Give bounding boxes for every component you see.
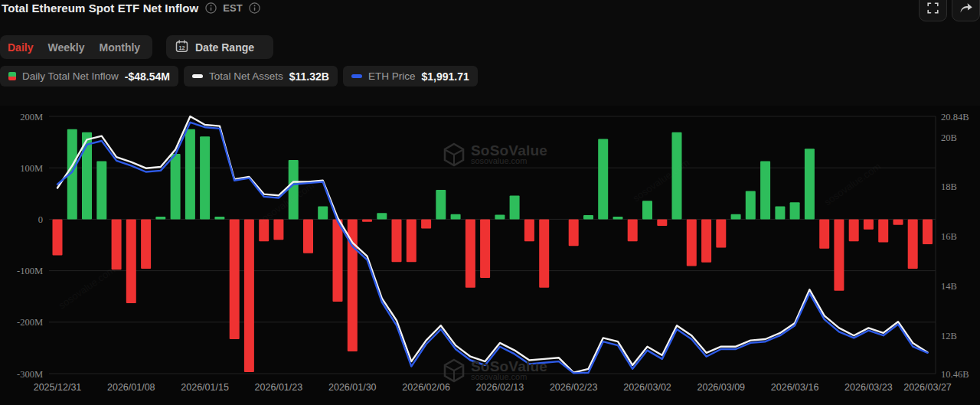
timezone-label: EST <box>223 2 242 14</box>
svg-text:2026/01/30: 2026/01/30 <box>328 382 377 393</box>
legend-value: -$48.54M <box>125 70 170 83</box>
header: Total Ethereum Spot ETF Net Inflow EST <box>0 0 980 23</box>
svg-text:10.46B: 10.46B <box>941 369 969 380</box>
netflow-chart[interactable]: 200M100M0-100M-200M-300M20.84B20B18B16B1… <box>0 106 980 405</box>
svg-text:18B: 18B <box>941 181 957 192</box>
svg-text:2026/03/23: 2026/03/23 <box>844 382 893 393</box>
legend-label: Daily Total Net Inflow <box>22 70 119 82</box>
tab-weekly[interactable]: Weekly <box>47 41 84 54</box>
date-range-button[interactable]: 12 Date Range <box>166 35 273 59</box>
interval-tab-group: Daily Weekly Monthly <box>0 35 152 59</box>
left-axis: 200M100M0-100M-200M-300M <box>17 112 43 380</box>
price-line-icon <box>351 74 362 78</box>
inflow-bars-icon <box>8 72 16 80</box>
tab-monthly[interactable]: Monthly <box>99 41 140 54</box>
svg-text:2026/03/16: 2026/03/16 <box>771 382 819 393</box>
svg-text:2026/01/15: 2026/01/15 <box>181 382 229 393</box>
share-button[interactable] <box>952 0 980 21</box>
inflow-bars <box>53 129 933 372</box>
calendar-icon: 12 <box>175 40 188 55</box>
svg-text:2026/02/13: 2026/02/13 <box>476 382 524 393</box>
legend-label: ETH Price <box>368 70 416 82</box>
fullscreen-icon <box>927 2 939 16</box>
tab-daily[interactable]: Daily <box>8 41 33 54</box>
svg-text:20B: 20B <box>941 132 957 143</box>
svg-text:100M: 100M <box>20 163 43 174</box>
svg-text:2026/02/06: 2026/02/06 <box>402 382 450 393</box>
date-range-label: Date Range <box>195 41 254 54</box>
etf-netflow-page: Total Ethereum Spot ETF Net Inflow EST <box>0 0 980 405</box>
legend-item-net-assets[interactable]: Total Net Assets $11.32B <box>184 66 338 87</box>
legend-item-eth-price[interactable]: ETH Price $1,991.71 <box>343 66 478 87</box>
svg-text:2026/02/23: 2026/02/23 <box>550 382 598 393</box>
svg-text:2026/03/02: 2026/03/02 <box>623 382 671 393</box>
svg-text:-200M: -200M <box>17 317 43 328</box>
svg-text:2026/03/09: 2026/03/09 <box>697 382 746 393</box>
svg-text:12B: 12B <box>941 331 957 341</box>
svg-text:20.84B: 20.84B <box>941 112 969 122</box>
svg-text:2025/12/31: 2025/12/31 <box>34 382 82 393</box>
svg-text:14B: 14B <box>941 281 957 292</box>
right-axis: 20.84B20B18B16B14B12B10.46B <box>941 112 969 380</box>
svg-text:12: 12 <box>179 44 185 51</box>
timezone-info-icon[interactable] <box>249 2 261 15</box>
legend-item-net-inflow[interactable]: Daily Total Net Inflow -$48.54M <box>0 66 178 87</box>
assets-line-icon <box>192 74 203 78</box>
svg-text:0: 0 <box>38 214 43 225</box>
svg-text:2026/03/27: 2026/03/27 <box>903 382 952 393</box>
share-icon <box>959 2 973 16</box>
x-axis: 2025/12/312026/01/082026/01/152026/01/23… <box>34 382 952 393</box>
legend: Daily Total Net Inflow -$48.54M Total Ne… <box>0 66 478 87</box>
svg-text:2026/01/23: 2026/01/23 <box>255 382 303 393</box>
legend-value: $11.32B <box>289 70 329 83</box>
legend-value: $1,991.71 <box>421 70 469 83</box>
legend-label: Total Net Assets <box>209 70 283 82</box>
svg-text:200M: 200M <box>20 112 43 122</box>
gridlines <box>49 116 936 374</box>
svg-text:-300M: -300M <box>17 369 43 380</box>
chart-area[interactable]: 200M100M0-100M-200M-300M20.84B20B18B16B1… <box>0 106 980 405</box>
page-title: Total Ethereum Spot ETF Net Inflow <box>2 2 198 15</box>
svg-text:-100M: -100M <box>17 266 43 276</box>
fullscreen-button[interactable] <box>919 0 947 21</box>
title-info-icon[interactable] <box>204 2 217 15</box>
svg-text:2026/01/08: 2026/01/08 <box>107 382 155 393</box>
svg-text:16B: 16B <box>941 231 957 242</box>
